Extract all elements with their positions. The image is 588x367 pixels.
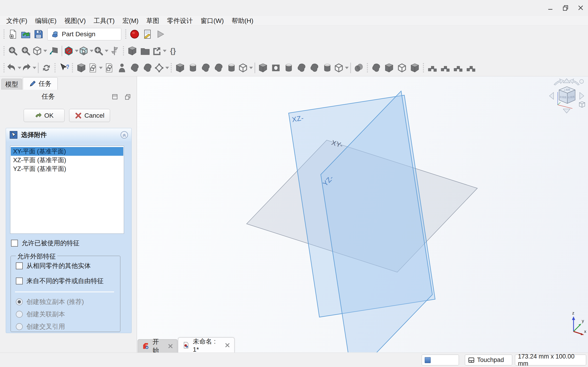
restore-button[interactable] <box>561 4 570 12</box>
attachment-list-item[interactable]: XZ-平面 (基准平面) <box>11 156 123 165</box>
pocket-button[interactable] <box>257 60 269 75</box>
radio-circle[interactable] <box>16 298 23 305</box>
toolbar-handle[interactable] <box>2 44 6 58</box>
navigation-style-selector[interactable]: Touchpad <box>465 355 512 365</box>
chamfer-button[interactable] <box>383 60 396 75</box>
menu-item[interactable]: 零件设计 <box>163 17 197 25</box>
undo-button[interactable] <box>6 60 21 75</box>
macro-edit-button[interactable] <box>141 27 154 42</box>
close-button[interactable] <box>577 4 585 12</box>
fillet-button[interactable] <box>370 60 383 75</box>
measure-button[interactable] <box>108 44 121 58</box>
menu-item[interactable]: 窗口(W) <box>197 17 228 25</box>
export-button[interactable] <box>152 44 166 58</box>
workbench-selector[interactable]: Part Design <box>47 28 121 40</box>
redo-button[interactable] <box>21 60 36 75</box>
part-shape-button[interactable] <box>126 44 139 58</box>
sub-shape-binder-button[interactable] <box>141 60 154 75</box>
3d-viewport[interactable]: XZ- XY- YZ- 上视图 前视图 右视图 <box>137 76 588 352</box>
nav-circle-icon[interactable] <box>580 80 584 83</box>
menu-item[interactable]: 编辑(E) <box>31 17 61 25</box>
attachment-list[interactable]: XY-平面 (基准平面) XZ-平面 (基准平面) YZ-平面 (基准平面) <box>10 146 124 234</box>
attachment-list-item[interactable]: XY-平面 (基准平面) <box>11 147 123 156</box>
edit-sketch-button[interactable] <box>103 60 115 75</box>
toolbar-handle[interactable] <box>365 60 370 75</box>
additive-helix-button[interactable] <box>225 60 238 75</box>
sync-view-button[interactable] <box>94 44 108 58</box>
menu-item[interactable]: 视图(V) <box>61 17 90 25</box>
close-tab-icon[interactable] <box>168 343 173 349</box>
save-button[interactable] <box>32 27 45 42</box>
additive-primitive-button[interactable] <box>238 60 253 75</box>
nav-face-top-label[interactable]: 上视图 <box>563 88 570 91</box>
axonometric-view-button[interactable] <box>32 44 47 58</box>
hole-button[interactable] <box>269 60 282 75</box>
create-body-button[interactable] <box>75 60 88 75</box>
box-selection-button[interactable] <box>78 44 94 58</box>
macro-record-button[interactable] <box>128 27 141 42</box>
menu-item[interactable]: 文件(F) <box>2 17 31 25</box>
nav-arrow-up[interactable] <box>563 79 570 83</box>
same-part-bodies-checkbox[interactable]: 从相同零件的其他实体 <box>16 261 91 270</box>
nav-arrow-left[interactable] <box>549 92 553 99</box>
tab-unnamed-document[interactable]: 未命名 : 1* <box>178 337 234 352</box>
polar-pattern-button[interactable] <box>451 60 464 75</box>
ok-button[interactable]: OK <box>24 109 65 122</box>
new-document-button[interactable] <box>6 27 19 42</box>
subtractive-loft-button[interactable] <box>295 60 308 75</box>
attachment-list-item[interactable]: YZ-平面 (基准平面) <box>11 165 123 173</box>
draw-style-button[interactable] <box>47 44 60 58</box>
cancel-button[interactable]: Cancel <box>69 109 110 122</box>
boolean-button[interactable] <box>352 60 365 75</box>
subtractive-helix-button[interactable] <box>321 60 334 75</box>
multi-transform-button[interactable] <box>464 60 477 75</box>
fit-selection-button[interactable] <box>19 44 32 58</box>
thickness-button[interactable] <box>408 60 421 75</box>
revolution-button[interactable] <box>187 60 199 75</box>
allow-used-features-checkbox[interactable]: 允许已被使用的特征 <box>11 239 79 248</box>
toolbar-handle[interactable] <box>421 60 426 75</box>
toolbar-handle[interactable] <box>124 27 128 42</box>
subtractive-primitive-button[interactable] <box>334 60 349 75</box>
group-button[interactable] <box>139 44 152 58</box>
linear-pattern-button[interactable] <box>439 60 451 75</box>
copy-mode-radio[interactable]: 创建交叉引用 <box>16 322 84 332</box>
additive-pipe-button[interactable] <box>212 60 225 75</box>
toolbar-handle[interactable] <box>169 60 174 75</box>
close-tab-icon[interactable] <box>225 342 230 348</box>
clipping-plane-button[interactable] <box>64 44 78 58</box>
toolbar-handle[interactable] <box>70 60 75 75</box>
navigation-cube[interactable]: 上视图 前视图 右视图 <box>548 77 586 115</box>
shape-binder-button[interactable] <box>128 60 141 75</box>
nav-mini-cube-icon[interactable] <box>579 102 585 107</box>
map-sketch-button[interactable] <box>115 60 128 75</box>
view-dimensions-selector[interactable]: 173.24 mm x 100.00 mm <box>515 355 586 365</box>
toolbar-handle[interactable] <box>2 27 6 42</box>
create-sketch-button[interactable] <box>88 60 103 75</box>
toolbar-handle[interactable] <box>2 60 6 75</box>
open-document-button[interactable] <box>19 27 32 42</box>
toolbar-handle[interactable] <box>121 44 126 58</box>
whats-this-button[interactable] <box>57 60 70 75</box>
nav-rotate-left-icon[interactable] <box>554 79 564 85</box>
mirrored-button[interactable] <box>426 60 439 75</box>
menu-item[interactable]: 宏(M) <box>119 17 142 25</box>
nav-arrow-down[interactable] <box>563 109 570 113</box>
menu-item[interactable]: 草图 <box>142 17 163 25</box>
refresh-button[interactable] <box>40 60 53 75</box>
tab-model[interactable]: 模型 <box>1 79 22 90</box>
tab-tasks[interactable]: 任务 <box>23 77 58 90</box>
expression-button[interactable] <box>166 44 179 58</box>
fit-all-button[interactable] <box>6 44 19 58</box>
subtractive-pipe-button[interactable] <box>308 60 321 75</box>
nav-rotate-right-icon[interactable] <box>570 79 579 85</box>
additive-loft-button[interactable] <box>199 60 212 75</box>
dock-panel-icon[interactable] <box>111 93 118 100</box>
radio-circle[interactable] <box>16 323 23 330</box>
draft-button[interactable] <box>396 60 408 75</box>
checkbox-box[interactable] <box>16 262 23 269</box>
copy-mode-radio[interactable]: 创建独立副本 (推荐) <box>16 297 84 307</box>
collapse-section-icon[interactable] <box>120 131 129 139</box>
copy-mode-radio[interactable]: 创建关联副本 <box>16 309 84 319</box>
toolbar-handle[interactable] <box>53 60 57 75</box>
